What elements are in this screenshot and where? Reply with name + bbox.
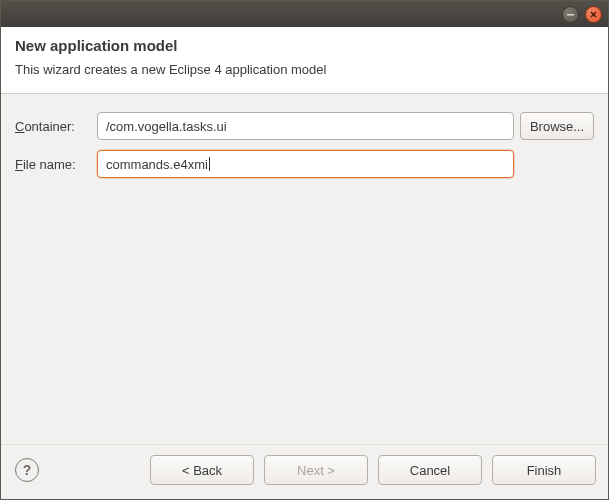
window-titlebar (1, 1, 608, 27)
browse-button[interactable]: Browse... (520, 112, 594, 140)
filename-label: File name: (15, 157, 91, 172)
wizard-body: Container: Browse... File name: commands… (1, 94, 608, 444)
container-label: Container: (15, 119, 91, 134)
filename-row: File name: commands.e4xmi (15, 150, 594, 178)
text-caret (209, 157, 210, 171)
container-row: Container: Browse... (15, 112, 594, 140)
finish-button[interactable]: Finish (492, 455, 596, 485)
page-title: New application model (15, 37, 594, 54)
wizard-header: New application model This wizard create… (1, 27, 608, 94)
back-button[interactable]: < Back (150, 455, 254, 485)
minimize-button[interactable] (562, 6, 579, 23)
page-subtitle: This wizard creates a new Eclipse 4 appl… (15, 62, 594, 77)
svg-rect-0 (567, 14, 574, 16)
container-input[interactable] (97, 112, 514, 140)
wizard-footer: ? < Back Next > Cancel Finish (1, 444, 608, 499)
wizard-dialog: New application model This wizard create… (0, 0, 609, 500)
help-button[interactable]: ? (15, 458, 39, 482)
minimize-icon (566, 10, 575, 19)
close-icon (589, 10, 598, 19)
close-button[interactable] (585, 6, 602, 23)
cancel-button[interactable]: Cancel (378, 455, 482, 485)
filename-input[interactable]: commands.e4xmi (97, 150, 514, 178)
filename-input-value: commands.e4xmi (106, 157, 208, 172)
next-button: Next > (264, 455, 368, 485)
